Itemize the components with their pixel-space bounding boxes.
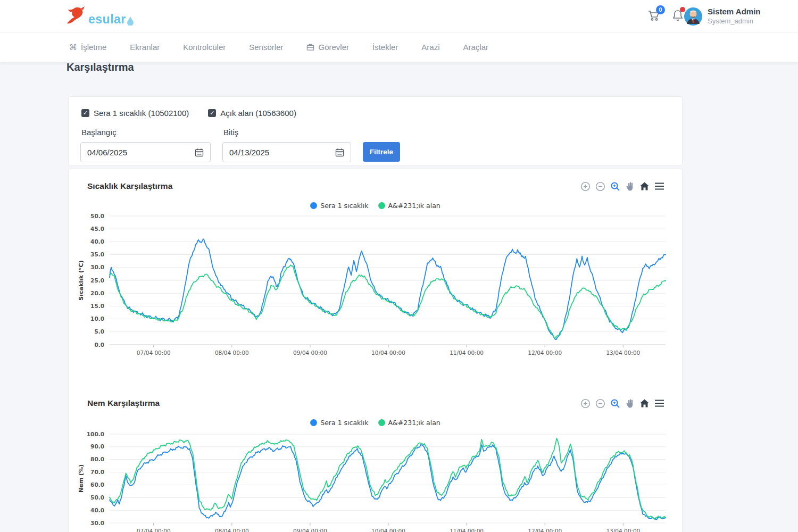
legend-label: A&#231;ık alan — [388, 419, 440, 427]
user-handle: System_admin — [708, 17, 760, 26]
svg-text:20.0: 20.0 — [90, 290, 104, 296]
svg-text:10.0: 10.0 — [90, 315, 104, 322]
svg-text:09/04 00:00: 09/04 00:00 — [293, 350, 327, 356]
checkbox-sera1-sicaklik[interactable]: ✓ Sera 1 sıcaklık (10502100) — [81, 109, 189, 118]
nav-item-label: Arazi — [421, 43, 439, 52]
nav-item-label: Ekranlar — [130, 43, 160, 52]
svg-text:12/04 00:00: 12/04 00:00 — [528, 528, 562, 532]
zoom-out-icon[interactable] — [595, 181, 605, 192]
nav-item-araclar[interactable]: Araçlar — [463, 43, 489, 52]
svg-text:08/04 00:00: 08/04 00:00 — [215, 350, 249, 356]
svg-text:11/04 00:00: 11/04 00:00 — [450, 528, 484, 532]
svg-text:40.0: 40.0 — [90, 507, 104, 513]
chart1-legend: Sera 1 sıcaklık A&#231;ık alan — [69, 202, 682, 210]
svg-text:40.0: 40.0 — [90, 238, 104, 245]
svg-text:80.0: 80.0 — [90, 456, 104, 462]
reset-home-icon[interactable] — [639, 181, 650, 191]
reset-home-icon[interactable] — [639, 398, 650, 408]
nav-item-label: İstekler — [372, 43, 398, 52]
legend-item-sera1[interactable]: Sera 1 sıcaklık — [310, 419, 368, 427]
legend-item-sera1[interactable]: Sera 1 sıcaklık — [310, 202, 368, 210]
legend-dot-green — [378, 202, 385, 209]
svg-text:11/04 00:00: 11/04 00:00 — [450, 350, 484, 356]
nav-item-label: Sensörler — [249, 43, 283, 52]
checkbox-label: Açık alan (10563600) — [220, 109, 296, 118]
legend-item-acik-alan[interactable]: A&#231;ık alan — [378, 202, 440, 210]
calendar-icon[interactable] — [335, 148, 344, 157]
logo-text: esular — [88, 13, 126, 26]
app-logo[interactable]: esular — [65, 5, 134, 26]
svg-text:10/04 00:00: 10/04 00:00 — [371, 528, 405, 532]
svg-text:30.0: 30.0 — [90, 264, 104, 270]
nav-item-gorevler[interactable]: Görevler — [306, 43, 349, 52]
nav-item-label: Görevler — [318, 43, 349, 52]
cart-button[interactable]: 0 — [647, 9, 660, 24]
legend-dot-blue — [310, 202, 317, 209]
start-date-field[interactable] — [80, 142, 211, 162]
chart2-title: Nem Karşılaştırma — [87, 398, 160, 408]
box-zoom-icon[interactable] — [610, 398, 620, 409]
svg-text:13/04 00:00: 13/04 00:00 — [606, 528, 640, 532]
chart1-title: Sıcaklık Karşılaştırma — [87, 181, 172, 191]
checkbox-checked-icon: ✓ — [208, 109, 216, 117]
cart-badge: 0 — [656, 5, 665, 14]
avatar — [684, 7, 703, 26]
svg-text:30.0: 30.0 — [90, 520, 104, 526]
svg-text:09/04 00:00: 09/04 00:00 — [293, 528, 327, 532]
svg-text:07/04 00:00: 07/04 00:00 — [137, 350, 171, 356]
svg-text:100.0: 100.0 — [87, 431, 104, 437]
svg-text:60.0: 60.0 — [90, 481, 104, 488]
menu-icon[interactable] — [654, 399, 664, 408]
charts-panel: Sıcaklık Karşılaştırma Sera 1 sıcaklık A… — [68, 169, 683, 532]
zoom-in-icon[interactable] — [580, 181, 591, 192]
notifications-button[interactable] — [672, 9, 684, 24]
legend-dot-blue — [310, 419, 317, 426]
end-date-input[interactable] — [229, 148, 288, 157]
chart1-toolbar — [580, 181, 664, 192]
filter-button[interactable]: Filtrele — [363, 142, 400, 162]
legend-dot-green — [378, 419, 385, 426]
nav-item-isletme[interactable]: ⌘ İşletme — [69, 43, 106, 52]
box-zoom-icon[interactable] — [610, 181, 620, 192]
briefcase-icon — [306, 43, 314, 51]
pan-icon[interactable] — [625, 181, 635, 192]
zoom-out-icon[interactable] — [595, 398, 605, 409]
nav-item-ekranlar[interactable]: Ekranlar — [130, 43, 160, 52]
temperature-chart[interactable]: 0.05.010.015.020.025.030.035.040.045.050… — [72, 211, 676, 370]
menu-icon[interactable] — [654, 182, 664, 190]
zoom-in-icon[interactable] — [580, 398, 591, 409]
checkbox-label: Sera 1 sıcaklık (10502100) — [94, 109, 189, 118]
svg-text:12/04 00:00: 12/04 00:00 — [528, 350, 562, 356]
svg-text:25.0: 25.0 — [90, 277, 104, 284]
start-date-input[interactable] — [87, 148, 146, 157]
svg-text:10/04 00:00: 10/04 00:00 — [371, 350, 405, 356]
start-date-label: Başlangıç — [81, 128, 117, 137]
svg-text:45.0: 45.0 — [90, 226, 104, 232]
svg-text:50.0: 50.0 — [90, 494, 104, 501]
logo-droplet-icon — [127, 16, 134, 26]
svg-text:07/04 00:00: 07/04 00:00 — [137, 528, 171, 532]
checkbox-acik-alan[interactable]: ✓ Açık alan (10563600) — [208, 109, 296, 118]
nav-item-sensorler[interactable]: Sensörler — [249, 43, 283, 52]
svg-text:Nem (%): Nem (%) — [78, 464, 85, 493]
user-name: Sistem Admin — [708, 7, 760, 17]
legend-label: A&#231;ık alan — [388, 202, 440, 210]
nav-item-label: İşletme — [81, 43, 106, 52]
calendar-icon[interactable] — [195, 148, 204, 157]
end-date-field[interactable] — [222, 142, 351, 162]
user-menu[interactable]: Sistem Admin System_admin — [684, 0, 798, 32]
chart2-legend: Sera 1 sıcaklık A&#231;ık alan — [69, 419, 682, 427]
nav-item-label: Kontrolcüler — [183, 43, 226, 52]
svg-text:5.0: 5.0 — [94, 328, 104, 335]
legend-item-acik-alan[interactable]: A&#231;ık alan — [378, 419, 440, 427]
svg-text:50.0: 50.0 — [90, 213, 104, 219]
svg-text:70.0: 70.0 — [90, 469, 104, 475]
svg-text:15.0: 15.0 — [90, 303, 104, 309]
checkbox-checked-icon: ✓ — [81, 109, 89, 117]
humidity-chart[interactable]: 30.040.050.060.070.080.090.0100.007/04 0… — [72, 429, 676, 532]
nav-item-arazi[interactable]: Arazi — [421, 43, 439, 52]
nav-item-kontrolculer[interactable]: Kontrolcüler — [183, 43, 226, 52]
svg-text:90.0: 90.0 — [90, 443, 104, 450]
nav-item-istekler[interactable]: İstekler — [372, 43, 398, 52]
pan-icon[interactable] — [625, 398, 635, 409]
